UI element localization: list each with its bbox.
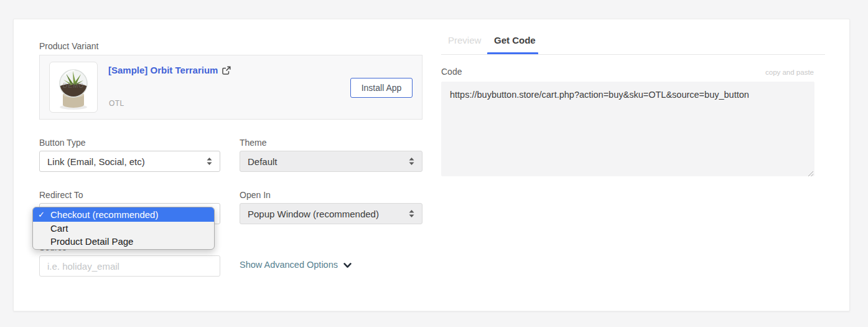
product-sku: OTL [109,99,124,108]
buy-button-config-card: Product Variant DEMO [Sample] Orbit Terr… [13,19,850,311]
open-in-value: Popup Window (recommended) [248,209,379,219]
stepper-icon [207,158,212,165]
open-in-label: Open In [240,190,271,200]
redirect-to-label: Redirect To [39,190,83,200]
product-title-link[interactable]: [Sample] Orbit Terrarium [108,65,231,75]
copy-paste-hint: copy and paste [765,69,814,76]
show-advanced-options-label: Show Advanced Options [240,260,338,270]
checkmark-icon: ✓ [38,207,45,222]
redirect-dropdown-menu: ✓ Checkout (recommended) Cart Product De… [32,207,215,250]
demo-watermark: DEMO [63,82,84,89]
theme-label: Theme [240,138,267,148]
theme-select[interactable]: Default [240,151,422,172]
tab-preview[interactable]: Preview [448,35,481,45]
tab-get-code[interactable]: Get Code [494,35,536,45]
code-label: Code [441,67,462,77]
install-app-button[interactable]: Install App [350,78,413,98]
product-variant-box: DEMO [Sample] Orbit Terrarium OTL Instal… [39,55,422,120]
product-title: [Sample] Orbit Terrarium [108,65,218,75]
product-thumbnail: DEMO [49,62,98,113]
terrarium-image: DEMO [50,62,97,112]
button-type-value: Link (Email, Social, etc) [47,156,145,167]
textarea-resize-handle[interactable] [806,168,814,176]
stepper-icon [409,158,414,165]
product-variant-label: Product Variant [39,41,98,51]
open-in-select[interactable]: Popup Window (recommended) [240,203,422,224]
theme-value: Default [248,156,278,167]
menu-option-checkout[interactable]: ✓ Checkout (recommended) [33,207,214,222]
external-link-icon [222,66,231,75]
tabs-divider [441,54,825,55]
button-type-label: Button Type [39,138,85,148]
stepper-icon [409,210,414,217]
button-type-select[interactable]: Link (Email, Social, etc) [39,151,220,172]
code-textarea[interactable]: https://buybutton.store/cart.php?action=… [441,82,814,176]
source-input[interactable] [39,255,220,277]
menu-option-cart[interactable]: Cart [33,222,214,235]
menu-option-product-detail-page[interactable]: Product Detail Page [33,235,214,248]
chevron-down-icon [343,263,352,268]
show-advanced-options-link[interactable]: Show Advanced Options [240,260,352,270]
